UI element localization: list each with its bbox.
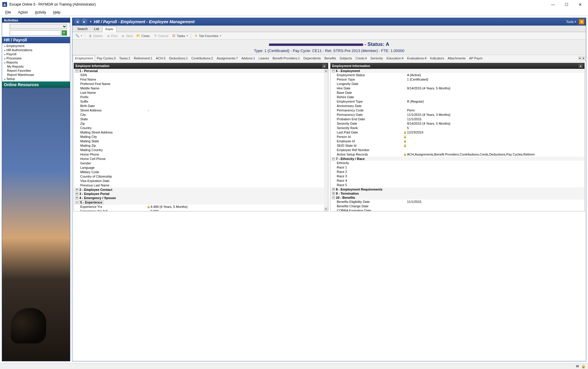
field-value[interactable] xyxy=(407,91,583,95)
field-value[interactable] xyxy=(407,170,583,174)
menu-help[interactable]: Help xyxy=(53,10,61,14)
sidebar-item-report-favorites[interactable]: Report Favorites xyxy=(2,69,70,73)
field-first-name[interactable]: First Name xyxy=(74,77,328,82)
dtab-leaves[interactable]: Leaves xyxy=(257,56,271,61)
sidebar-item-setup[interactable]: Setup xyxy=(2,77,70,81)
field-mailing-state[interactable]: Mailing State xyxy=(74,139,328,143)
dtab-pay-cycles-3[interactable]: Pay Cycles:3 xyxy=(95,56,117,61)
field-value[interactable] xyxy=(407,178,583,183)
dtab-deductions-1[interactable]: Deductions:1 xyxy=(167,56,190,61)
group-benefits[interactable]: −10 - Benefits xyxy=(330,196,585,200)
field-employee-id[interactable]: Employee Id🔒 xyxy=(330,139,585,143)
field-home-cell-phone[interactable]: Home Cell Phone xyxy=(74,157,328,161)
field-person-id[interactable]: Person Id🔒 xyxy=(330,135,585,139)
field-value[interactable] xyxy=(407,165,583,170)
field-ssn[interactable]: SSN xyxy=(74,73,328,77)
field-value[interactable]: 11/1/2015 xyxy=(407,117,583,121)
field-value[interactable] xyxy=(151,113,326,117)
expand-icon[interactable]: − xyxy=(76,201,78,204)
dtab-ach-3[interactable]: ACH:3 xyxy=(154,56,167,61)
dtab-ap-paym[interactable]: AP Paym xyxy=(467,56,485,61)
dtab-scroll-right[interactable]: ▸ xyxy=(582,56,585,60)
field-value[interactable] xyxy=(151,174,326,179)
expand-icon[interactable]: − xyxy=(76,70,78,72)
cancel-button[interactable]: ⟲Cancel xyxy=(152,33,169,39)
subtab-list[interactable]: List xyxy=(91,26,102,32)
sidebar-item-hr-authorizations[interactable]: HR Authorizations xyxy=(2,48,70,52)
field-person-type[interactable]: Person Type1 {Certificated} xyxy=(330,77,585,82)
field-street-address[interactable]: Street Address⌂ xyxy=(74,108,328,113)
tools-dropdown-icon[interactable]: ▼ xyxy=(574,21,577,23)
field-value[interactable]: 8/14/2015 {4 Years, 5 Months} xyxy=(407,121,583,126)
field-value[interactable] xyxy=(407,208,583,211)
field-value[interactable] xyxy=(151,121,326,126)
field-active-setup-records[interactable]: Active Setup Records🔒ACH,Assignments,Ben… xyxy=(330,152,585,157)
maximize-button[interactable]: ☐ xyxy=(562,1,571,7)
search-go-button[interactable]: 🔍 xyxy=(62,30,67,36)
field-value[interactable] xyxy=(407,143,583,148)
field-race-5[interactable]: Race 5 xyxy=(330,183,585,187)
field-race-1[interactable]: Race 1 xyxy=(330,165,585,170)
field-experience-yrs[interactable]: Experience Yrs🔒4.498 {4 Years, 5 Months} xyxy=(74,205,328,209)
dtab-retirement-1[interactable]: Retirement:1 xyxy=(132,56,154,61)
field-value[interactable] xyxy=(407,82,583,86)
field-longevity-date[interactable]: Longevity Date xyxy=(330,82,585,86)
prev-button[interactable]: ◄Prev xyxy=(105,33,119,39)
dtab-seniority[interactable]: Seniority xyxy=(369,56,385,61)
field-base-date[interactable]: Base Date xyxy=(330,91,585,95)
dtab-benefit-providers-1[interactable]: Benefit Providers:1 xyxy=(271,56,302,61)
subtab-search[interactable]: Search xyxy=(74,26,91,32)
expand-icon[interactable]: + xyxy=(332,192,335,195)
field-mailing-country[interactable]: Mailing Country xyxy=(74,148,328,152)
field-mailing-city[interactable]: Mailing City xyxy=(74,135,328,139)
dtab-employment[interactable]: Employment xyxy=(73,55,95,61)
tasks-button[interactable]: ☑Tasks▾ xyxy=(171,33,189,39)
activity-select-1[interactable] xyxy=(10,24,67,29)
field-value[interactable] xyxy=(151,135,326,139)
field-employment-status[interactable]: Employment StatusA {Active} xyxy=(330,73,585,77)
field-permanency-code[interactable]: Permanency CodePerm xyxy=(330,108,585,113)
tab-favorites-button[interactable]: ★Tab Favorites▾ xyxy=(193,33,222,39)
close-button[interactable]: 📂Close xyxy=(135,33,151,39)
field-seniority-rank[interactable]: Seniority Rank5 xyxy=(330,126,585,130)
dtab-assignments-7[interactable]: Assignments:7 xyxy=(215,56,240,61)
dtab-attachments[interactable]: Attachments xyxy=(446,56,467,61)
zoom-button[interactable]: 🔍▾ xyxy=(74,33,83,39)
menu-activity[interactable]: Activity xyxy=(35,10,46,14)
field-permanency-date[interactable]: Permanency Date11/1/2015 {4 Years, 3 Mon… xyxy=(330,113,585,117)
field-value[interactable]: 11/1/2015 {4 Years, 3 Months} xyxy=(407,113,583,117)
dtab-evaluations-4[interactable]: Evaluations:4 xyxy=(405,56,428,61)
dtab-addons-1[interactable]: Addons:1 xyxy=(240,56,257,61)
subtab-form[interactable]: Form xyxy=(102,26,116,32)
dtab-subjects[interactable]: Subjects xyxy=(338,56,354,61)
field-last-name[interactable]: Last Name xyxy=(74,91,328,95)
expand-icon[interactable]: + xyxy=(76,197,78,199)
field-value[interactable] xyxy=(151,95,326,99)
mail-icon[interactable]: ✉ xyxy=(576,364,579,368)
sidebar-item-processes[interactable]: Processes xyxy=(2,56,70,60)
dtab-benefits[interactable]: Benefits xyxy=(323,56,338,61)
field-value[interactable] xyxy=(407,148,583,152)
field-country-of-citizenship[interactable]: Country of Citizenship xyxy=(74,174,328,179)
field-value[interactable] xyxy=(151,73,326,77)
delete-button[interactable]: 🗑Delete xyxy=(87,33,104,39)
field-value[interactable] xyxy=(151,126,326,130)
field-value[interactable]: R {Regular} xyxy=(407,99,583,104)
group-employment[interactable]: −6 - Employment xyxy=(330,69,585,73)
hr-payroll-section[interactable]: HR / Payroll xyxy=(2,37,70,43)
group-employee-contact[interactable]: +2 - Employee Contact xyxy=(74,188,328,192)
field-home-phone[interactable]: Home Phone xyxy=(74,152,328,157)
field-value[interactable]: A {Active} xyxy=(407,73,583,77)
field-prefix[interactable]: Prefix xyxy=(74,95,328,99)
field-anniversary-date[interactable]: Anniversary Date xyxy=(330,104,585,108)
field-value[interactable]: 12/23/2019 xyxy=(407,130,583,135)
field-hire-date[interactable]: Hire Date8/14/2015 {4 Years, 5 Months} xyxy=(330,86,585,91)
field-value[interactable] xyxy=(151,170,326,174)
field-value[interactable] xyxy=(151,139,326,143)
menu-file[interactable]: File xyxy=(5,10,11,14)
nav-back-button[interactable]: ◄ xyxy=(74,19,81,25)
field-rehire-date[interactable]: Rehire Date xyxy=(330,95,585,99)
expand-icon[interactable]: + xyxy=(332,188,335,191)
field-zip[interactable]: Zip xyxy=(74,121,328,126)
dtab-creds-4[interactable]: Creds:4 xyxy=(354,56,369,61)
